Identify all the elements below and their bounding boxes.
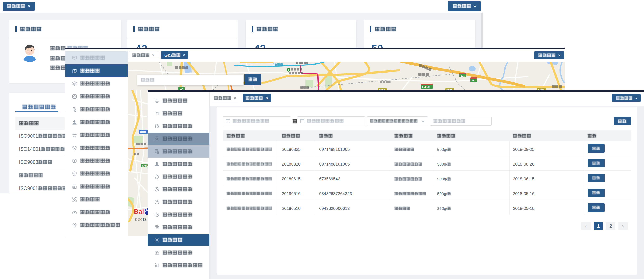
svg-text:G4501: G4501 bbox=[422, 86, 430, 88]
svg-text:10: 10 bbox=[273, 63, 277, 67]
svg-text:G1: G1 bbox=[461, 74, 464, 78]
svg-text:G1: G1 bbox=[472, 79, 476, 82]
